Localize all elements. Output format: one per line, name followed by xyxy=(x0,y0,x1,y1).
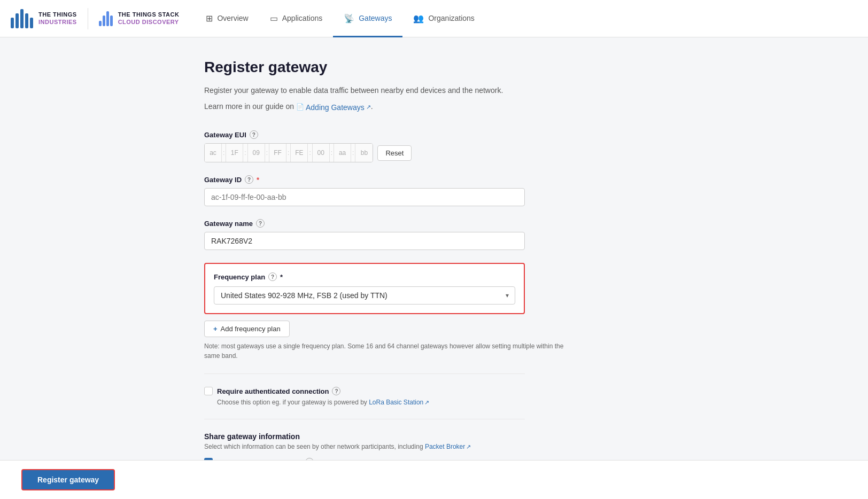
nav-applications[interactable]: ▭ Applications xyxy=(259,1,334,37)
lora-external-icon: ↗ xyxy=(424,399,429,406)
divider-2 xyxy=(204,419,525,419)
packet-broker-external-icon: ↗ xyxy=(466,443,471,450)
auth-help-icon[interactable]: ? xyxy=(332,387,340,395)
stack-logo-icon xyxy=(99,11,113,26)
applications-icon: ▭ xyxy=(270,13,278,24)
eui-byte-8[interactable] xyxy=(355,144,373,162)
frequency-note: Note: most gateways use a single frequen… xyxy=(204,341,578,361)
register-gateway-button[interactable]: Register gateway xyxy=(21,469,115,490)
gateway-name-group: Gateway name ? xyxy=(204,219,664,250)
frequency-plan-select[interactable]: United States 902-928 MHz, FSB 2 (used b… xyxy=(214,286,515,305)
gateway-eui-group: Gateway EUI ? : : : : : : xyxy=(204,130,664,162)
eui-row: : : : : : : : Reset xyxy=(204,143,664,162)
adding-gateways-link[interactable]: 📄 Adding Gateways ↗ xyxy=(296,102,371,113)
auth-connection-group: Require authenticated connection ? Choos… xyxy=(204,387,664,406)
page-description-1: Register your gateway to enable data tra… xyxy=(204,84,664,96)
auth-connection-desc: Choose this option eg. if your gateway i… xyxy=(217,399,664,406)
organizations-icon: 👥 xyxy=(413,13,424,24)
lora-basic-station-link[interactable]: LoRa Basic Station ↗ xyxy=(369,399,429,406)
nav-overview[interactable]: ⊞ Overview xyxy=(195,1,259,37)
eui-byte-1[interactable] xyxy=(205,144,222,162)
eui-byte-6[interactable] xyxy=(313,144,330,162)
page-title: Register gateway xyxy=(204,59,664,76)
gateway-id-group: Gateway ID ? * xyxy=(204,175,664,206)
doc-icon: 📄 xyxy=(296,102,304,112)
navbar: THE THINGS INDUSTRIES THE THINGS STACK C… xyxy=(0,0,868,37)
share-info-desc: Select which information can be seen by … xyxy=(204,443,664,450)
nav-organizations[interactable]: 👥 Organizations xyxy=(402,1,485,37)
add-frequency-button[interactable]: + Add frequency plan xyxy=(204,321,290,337)
share-info-heading: Share gateway information xyxy=(204,432,664,441)
eui-byte-5[interactable] xyxy=(291,144,308,162)
stack-brand-text: THE THINGS STACK CLOUD DISCOVERY xyxy=(118,11,180,25)
eui-byte-3[interactable] xyxy=(248,144,265,162)
gateway-eui-label: Gateway EUI ? xyxy=(204,130,664,139)
brand-text: THE THINGS INDUSTRIES xyxy=(38,11,77,25)
divider-1 xyxy=(204,373,525,374)
eui-sep-5: : xyxy=(308,144,312,162)
eui-byte-7[interactable] xyxy=(334,144,351,162)
main-content: Register gateway Register your gateway t… xyxy=(193,37,675,499)
frequency-plan-box: Frequency plan ? * United States 902-928… xyxy=(204,263,525,314)
eui-help-icon[interactable]: ? xyxy=(250,130,258,139)
nav-links: ⊞ Overview ▭ Applications 📡 Gateways 👥 O… xyxy=(195,0,485,37)
gateway-name-input[interactable] xyxy=(204,232,525,250)
form-section: Gateway EUI ? : : : : : : xyxy=(204,130,664,480)
nav-gateways[interactable]: 📡 Gateways xyxy=(333,1,402,37)
eui-sep-3: : xyxy=(265,144,269,162)
eui-input-group: : : : : : : : xyxy=(204,143,373,162)
gateway-id-input[interactable] xyxy=(204,188,525,206)
plus-icon: + xyxy=(213,325,218,333)
frequency-plan-help-icon[interactable]: ? xyxy=(268,272,277,281)
eui-sep-2: : xyxy=(243,144,247,162)
packet-broker-link[interactable]: Packet Broker ↗ xyxy=(425,443,471,450)
gateway-name-label: Gateway name ? xyxy=(204,219,664,228)
overview-icon: ⊞ xyxy=(206,13,213,24)
auth-connection-row: Require authenticated connection ? xyxy=(204,387,664,395)
eui-sep-1: : xyxy=(222,144,226,162)
eui-byte-4[interactable] xyxy=(269,144,286,162)
footer-bar: Register gateway xyxy=(0,460,868,499)
page-description-2: Learn more in our guide on 📄 Adding Gate… xyxy=(204,100,664,113)
eui-byte-2[interactable] xyxy=(226,144,243,162)
eui-sep-6: : xyxy=(330,144,334,162)
gateway-id-label: Gateway ID ? * xyxy=(204,175,664,184)
auth-connection-checkbox[interactable] xyxy=(204,387,213,395)
logo-icon xyxy=(11,9,33,28)
brand-divider xyxy=(88,8,88,29)
eui-sep-4: : xyxy=(286,144,291,162)
gateway-name-help-icon[interactable]: ? xyxy=(256,219,265,228)
frequency-plan-group: Frequency plan ? * United States 902-928… xyxy=(204,263,664,361)
brand-logo[interactable]: THE THINGS INDUSTRIES THE THINGS STACK C… xyxy=(11,0,179,37)
eui-sep-7: : xyxy=(351,144,355,162)
auth-connection-label: Require authenticated connection ? xyxy=(217,387,340,395)
external-link-icon: ↗ xyxy=(366,103,371,112)
gateways-icon: 📡 xyxy=(344,13,354,24)
frequency-plan-label: Frequency plan ? * xyxy=(214,272,515,281)
reset-button[interactable]: Reset xyxy=(377,145,412,161)
frequency-select-wrapper: United States 902-928 MHz, FSB 2 (used b… xyxy=(214,286,515,305)
gateway-id-help-icon[interactable]: ? xyxy=(245,175,253,184)
